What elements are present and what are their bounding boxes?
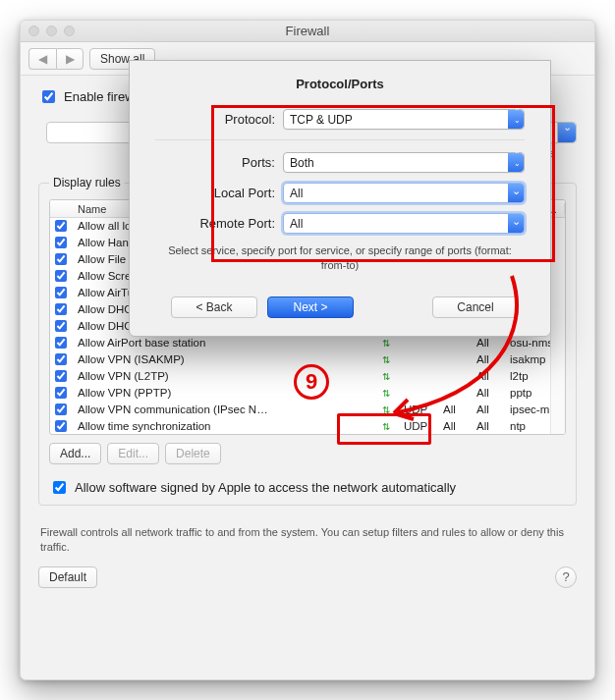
direction-icon: ⇅ — [376, 370, 398, 382]
table-row[interactable]: Allow VPN (ISAKMP)⇅Allisakmp — [50, 351, 565, 368]
rule-enabled-checkbox[interactable] — [55, 420, 67, 432]
rule-lport: All — [437, 420, 471, 432]
rule-name: Allow VPN (L2TP) — [72, 370, 376, 382]
rule-enabled-checkbox[interactable] — [55, 270, 67, 282]
titlebar: Firewall — [21, 21, 594, 42]
protocol-ports-sheet: Protocol/Ports Protocol: TCP & UDP Ports… — [129, 60, 551, 337]
rule-rport: All — [471, 370, 504, 382]
zoom-icon[interactable] — [64, 26, 75, 36]
rule-name: Allow AirPort base station — [72, 337, 376, 349]
rule-proto: UDP — [398, 404, 437, 415]
local-port-value: All — [290, 187, 303, 200]
allow-signed-row: Allow software signed by Apple to access… — [49, 478, 566, 497]
footer-buttons: Default ? — [38, 566, 577, 588]
rule-enabled-checkbox[interactable] — [55, 320, 67, 332]
delete-button: Delete — [165, 443, 221, 464]
allow-signed-label: Allow software signed by Apple to access… — [75, 480, 456, 495]
rule-rport: All — [471, 420, 504, 432]
sheet-title: Protocol/Ports — [155, 77, 525, 91]
rule-name: Allow time synchronization — [72, 420, 376, 432]
rule-enabled-checkbox[interactable] — [55, 404, 67, 415]
edit-button: Edit... — [107, 443, 159, 464]
protocol-select[interactable]: TCP & UDP — [283, 109, 525, 130]
footer-note: Firewall controls all network traffic to… — [40, 525, 575, 555]
minimize-icon[interactable] — [46, 26, 57, 36]
rule-enabled-checkbox[interactable] — [55, 353, 67, 365]
rule-enabled-checkbox[interactable] — [55, 220, 67, 232]
local-port-label: Local Port: — [155, 186, 283, 200]
nav-segment: ◀ ▶ — [28, 48, 84, 70]
display-rules-label: Display rules — [49, 176, 125, 189]
table-row[interactable]: Allow VPN communication (IPsec N…⇅UDPAll… — [50, 402, 565, 418]
forward-button[interactable]: ▶ — [56, 48, 84, 70]
local-port-field[interactable]: All — [283, 183, 525, 203]
ports-select[interactable]: Both — [283, 152, 525, 173]
default-button[interactable]: Default — [38, 566, 97, 588]
remote-port-value: All — [290, 217, 303, 231]
protocol-label: Protocol: — [155, 112, 283, 127]
rule-enabled-checkbox[interactable] — [55, 237, 67, 248]
direction-icon: ⇅ — [376, 353, 398, 365]
direction-icon: ⇅ — [376, 420, 398, 432]
sheet-buttons: < Back Next > Cancel — [155, 296, 525, 318]
rule-rport: All — [471, 353, 504, 365]
rule-buttons: Add... Edit... Delete — [49, 443, 566, 464]
direction-icon: ⇅ — [376, 387, 398, 399]
ports-label: Ports: — [155, 155, 283, 170]
rule-enabled-checkbox[interactable] — [55, 253, 67, 265]
sheet-helptext: Select service, specify port for service… — [165, 243, 515, 273]
traffic-lights — [28, 26, 75, 36]
table-row[interactable]: Allow AirPort base station⇅Allosu-nms — [50, 335, 565, 351]
next-button[interactable]: Next > — [267, 296, 354, 318]
table-row[interactable]: Allow time synchronization⇅UDPAllAllntp — [50, 418, 565, 435]
allow-signed-checkbox[interactable] — [53, 481, 66, 494]
rule-name: Allow VPN communication (IPsec N… — [72, 404, 376, 415]
remote-port-field[interactable]: All — [283, 213, 525, 234]
table-row[interactable]: Allow VPN (L2TP)⇅Alll2tp — [50, 368, 565, 385]
add-button[interactable]: Add... — [49, 443, 101, 464]
rule-rport: All — [471, 404, 504, 415]
direction-icon: ⇅ — [376, 404, 398, 415]
cancel-button[interactable]: Cancel — [432, 296, 519, 318]
rule-enabled-checkbox[interactable] — [55, 337, 67, 349]
rule-enabled-checkbox[interactable] — [55, 370, 67, 382]
rule-rport: All — [471, 387, 504, 399]
help-button[interactable]: ? — [555, 566, 577, 588]
rule-enabled-checkbox[interactable] — [55, 303, 67, 315]
ports-value: Both — [290, 156, 314, 170]
enable-firewall-checkbox[interactable] — [42, 90, 55, 103]
back-button[interactable]: ◀ — [28, 48, 56, 70]
rule-proto: UDP — [398, 420, 437, 432]
table-scrollbar[interactable] — [550, 218, 565, 434]
rule-enabled-checkbox[interactable] — [55, 387, 67, 399]
rule-rport: All — [471, 337, 504, 349]
protocol-value: TCP & UDP — [290, 113, 353, 127]
rule-name: Allow VPN (ISAKMP) — [72, 353, 376, 365]
firewall-window: Firewall ◀ ▶ Show all Enable firewall s … — [20, 20, 595, 680]
back-button[interactable]: < Back — [171, 296, 257, 318]
rule-lport: All — [437, 404, 471, 415]
table-row[interactable]: Allow VPN (PPTP)⇅Allpptp — [50, 385, 565, 402]
direction-icon: ⇅ — [376, 337, 398, 349]
remote-port-label: Remote Port: — [155, 216, 283, 231]
rule-enabled-checkbox[interactable] — [55, 287, 67, 298]
rule-name: Allow VPN (PPTP) — [72, 387, 376, 399]
close-icon[interactable] — [28, 26, 39, 36]
window-title: Firewall — [286, 24, 330, 38]
